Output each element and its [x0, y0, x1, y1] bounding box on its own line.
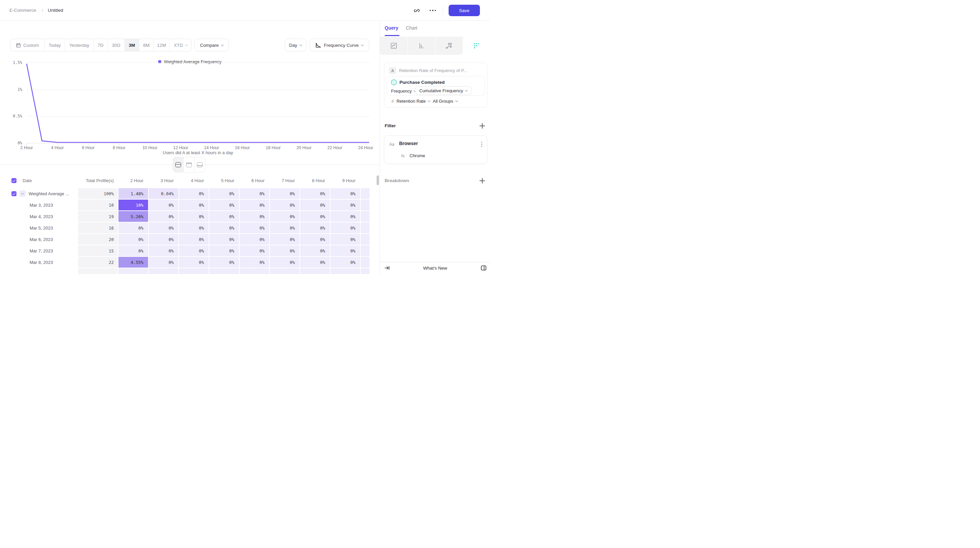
value-cell[interactable]: 0%: [179, 200, 208, 210]
value-cell[interactable]: 0%: [300, 257, 330, 268]
add-filter-button[interactable]: [480, 123, 485, 129]
compare-button[interactable]: Compare: [194, 39, 229, 51]
value-cell[interactable]: 0%: [331, 234, 360, 245]
value-cell[interactable]: 0%: [270, 200, 299, 210]
range-button-today[interactable]: Today: [45, 39, 65, 51]
range-button-yesterday[interactable]: Yesterday: [65, 39, 94, 51]
value-cell[interactable]: 0%: [179, 245, 208, 256]
row-checkbox[interactable]: [11, 191, 16, 196]
range-button-7d[interactable]: 7D: [94, 39, 107, 51]
value-cell[interactable]: 0%: [270, 211, 299, 222]
value-cell[interactable]: 0%: [270, 223, 299, 233]
value-cell[interactable]: 0%: [300, 234, 330, 245]
save-button[interactable]: Save: [449, 5, 480, 16]
metric-dropdown[interactable]: Retention Rate: [396, 99, 430, 104]
tab-query[interactable]: Query: [385, 25, 398, 30]
chart-style-dropdown[interactable]: Frequency Curve: [310, 39, 369, 51]
value-cell[interactable]: 0%: [179, 234, 208, 245]
table-row[interactable]: Mar 6, 2023200%0%0%0%0%0%0%0%0%: [10, 234, 369, 245]
value-cell[interactable]: 0%: [209, 223, 239, 233]
value-cell[interactable]: 0%: [240, 200, 269, 210]
value-cell[interactable]: 5.26%: [118, 211, 148, 222]
table-row[interactable]: Mar 7, 2023150%0%0%0%0%0%0%0%0%: [10, 245, 369, 256]
value-cell[interactable]: 0%: [118, 245, 148, 256]
filter-options-menu[interactable]: [481, 142, 482, 147]
table-row[interactable]: Mar 5, 2023160%0%0%0%0%0%0%0%0%: [10, 223, 369, 233]
measure-value-dropdown[interactable]: Cumulative Frequency: [415, 86, 471, 95]
report-type-flows[interactable]: [435, 37, 463, 55]
value-cell[interactable]: 0%: [361, 211, 369, 222]
value-cell[interactable]: 1.48%: [118, 188, 148, 199]
granularity-dropdown[interactable]: Day: [285, 39, 306, 51]
breadcrumb-report-title[interactable]: Untitled: [48, 8, 63, 13]
value-cell[interactable]: 0%: [240, 234, 269, 245]
range-button-custom[interactable]: Custom: [10, 39, 45, 51]
breadcrumb-project[interactable]: E-Commerce: [10, 8, 37, 13]
side-panel-toggle-button[interactable]: [480, 264, 487, 272]
value-cell[interactable]: 0%: [179, 223, 208, 233]
value-cell[interactable]: 0%: [209, 211, 239, 222]
value-cell[interactable]: 0%: [361, 245, 369, 256]
table-row[interactable]: Mar 8, 2023224.55%0%0%0%0%0%0%0%0%: [10, 257, 369, 268]
add-breakdown-button[interactable]: [480, 178, 485, 183]
range-button-xtd[interactable]: XTD: [169, 39, 191, 51]
value-cell[interactable]: 0%: [179, 211, 208, 222]
event-name[interactable]: Purchase Completed: [399, 80, 445, 85]
value-cell[interactable]: 0%: [179, 257, 208, 268]
filter-card[interactable]: Aa Browser Is Chrome: [384, 135, 487, 164]
filter-operator[interactable]: Is: [401, 153, 404, 158]
value-cell[interactable]: 0%: [149, 211, 178, 222]
value-cell[interactable]: 0%: [149, 257, 178, 268]
measure-dropdown[interactable]: Frequency: [391, 89, 416, 94]
report-type-insights[interactable]: [380, 37, 407, 55]
value-cell[interactable]: 0%: [240, 211, 269, 222]
value-cell[interactable]: 0%: [209, 257, 239, 268]
value-cell[interactable]: 0%: [209, 188, 239, 199]
copy-link-button[interactable]: [412, 6, 422, 15]
value-cell[interactable]: 0%: [149, 200, 178, 210]
range-button-30d[interactable]: 30D: [107, 39, 124, 51]
value-cell[interactable]: 0%: [331, 211, 360, 222]
value-cell[interactable]: 0%: [300, 188, 330, 199]
table-row[interactable]: Mar 3, 20231010%0%0%0%0%0%0%0%0%: [10, 200, 369, 210]
value-cell[interactable]: 0%: [240, 257, 269, 268]
groups-dropdown[interactable]: All Groups: [433, 99, 458, 104]
value-cell[interactable]: 0%: [331, 188, 360, 199]
value-cell[interactable]: 0%: [118, 223, 148, 233]
table-row[interactable]: Weighted Average ...100%1.48%0.04%0%0%0%…: [10, 188, 369, 199]
value-cell[interactable]: 0%: [300, 223, 330, 233]
value-cell[interactable]: 0%: [331, 257, 360, 268]
more-menu-button[interactable]: [428, 6, 438, 15]
event-card[interactable]: Purchase Completed Frequency Cumulative …: [387, 76, 485, 96]
value-cell[interactable]: 0%: [331, 245, 360, 256]
value-cell[interactable]: 0%: [240, 188, 269, 199]
value-cell[interactable]: 0%: [361, 234, 369, 245]
report-type-funnels[interactable]: [407, 37, 435, 55]
value-cell[interactable]: 0%: [361, 257, 369, 268]
series-title[interactable]: Retention Rate of Frequency of P...: [399, 68, 483, 73]
filter-property-name[interactable]: Browser: [399, 141, 418, 146]
value-cell[interactable]: 0%: [361, 223, 369, 233]
report-type-retention[interactable]: [463, 37, 490, 55]
value-cell[interactable]: 0%: [240, 245, 269, 256]
value-cell[interactable]: 4.55%: [118, 257, 148, 268]
value-cell[interactable]: 0%: [270, 245, 299, 256]
value-cell[interactable]: 0%: [361, 200, 369, 210]
value-cell[interactable]: 0%: [270, 188, 299, 199]
value-cell[interactable]: 0.04%: [149, 188, 178, 199]
value-cell[interactable]: 0%: [209, 245, 239, 256]
value-cell[interactable]: 0%: [118, 234, 148, 245]
range-button-6m[interactable]: 6M: [139, 39, 153, 51]
value-cell[interactable]: 0%: [270, 257, 299, 268]
tab-chart[interactable]: Chart: [406, 25, 417, 30]
value-cell[interactable]: 0%: [149, 245, 178, 256]
value-cell[interactable]: 0%: [300, 200, 330, 210]
value-cell[interactable]: 0%: [209, 200, 239, 210]
range-button-3m[interactable]: 3M: [124, 39, 139, 51]
range-button-12m[interactable]: 12M: [153, 39, 169, 51]
row-expander-button[interactable]: [19, 190, 26, 197]
whats-new-link[interactable]: What's New: [380, 266, 490, 271]
value-cell[interactable]: 0%: [300, 245, 330, 256]
value-cell[interactable]: 0%: [209, 234, 239, 245]
value-cell[interactable]: 0%: [300, 211, 330, 222]
